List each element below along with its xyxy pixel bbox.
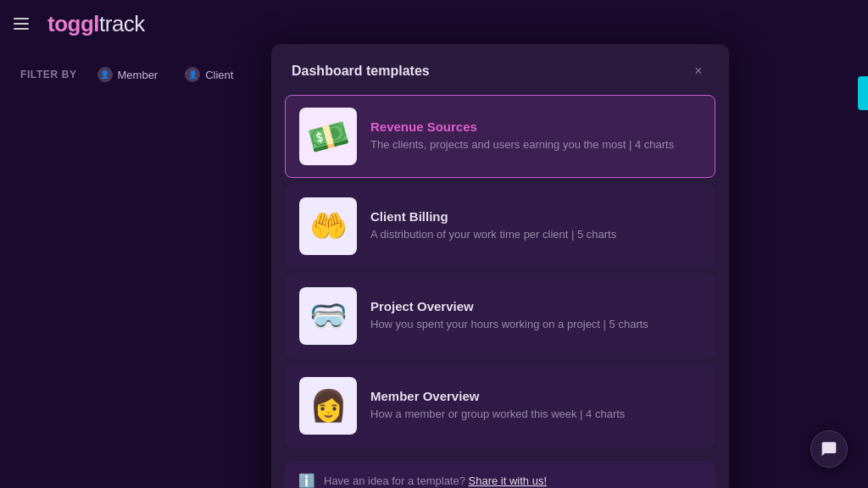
footer-share-link[interactable]: Share it with us! xyxy=(469,474,548,487)
template-item-project-overview[interactable]: 🥽 Project Overview How you spent your ho… xyxy=(285,274,715,358)
filter-member-label: Member xyxy=(118,69,159,81)
modal-footer: ℹ️ Have an idea for a template? Share it… xyxy=(285,461,715,488)
template-item-revenue-sources[interactable]: 💵 Revenue Sources The clients, projects … xyxy=(285,95,715,178)
filter-label: FILTER BY xyxy=(20,69,77,80)
side-accent-button[interactable] xyxy=(858,76,868,110)
template-name-project: Project Overview xyxy=(370,299,701,313)
filter-client-button[interactable]: 👤 Client xyxy=(178,64,240,86)
template-name-member: Member Overview xyxy=(370,389,701,403)
chat-button[interactable] xyxy=(810,430,848,468)
modal-close-button[interactable]: × xyxy=(688,61,709,81)
member-icon: 👤 xyxy=(97,67,113,82)
filter-member-button[interactable]: 👤 Member xyxy=(91,64,165,86)
billing-icon: 🤲 xyxy=(309,208,348,244)
brand-toggl: toggl xyxy=(47,11,99,37)
template-icon-revenue: 💵 xyxy=(299,108,357,165)
filter-client-label: Client xyxy=(205,69,233,81)
template-icon-project: 🥽 xyxy=(299,287,357,345)
template-text-billing: Client Billing A distribution of your wo… xyxy=(370,209,701,242)
menu-icon[interactable] xyxy=(14,12,37,36)
topbar: toggl track xyxy=(0,0,868,47)
template-desc-member: How a member or group worked this week |… xyxy=(370,407,701,422)
template-icon-billing: 🤲 xyxy=(299,197,357,255)
brand-logo: toggl track xyxy=(47,11,145,37)
template-desc-revenue: The clients, projects and users earning … xyxy=(370,137,701,152)
template-item-member-overview[interactable]: 👩 Member Overview How a member or group … xyxy=(285,364,715,447)
template-text-revenue: Revenue Sources The clients, projects an… xyxy=(370,119,701,152)
member-icon: 👩 xyxy=(309,388,348,424)
brand-track: track xyxy=(99,11,145,37)
modal-title: Dashboard templates xyxy=(292,64,430,79)
project-icon: 🥽 xyxy=(309,298,348,334)
template-text-project: Project Overview How you spent your hour… xyxy=(370,299,701,332)
modal-content: 💵 Revenue Sources The clients, projects … xyxy=(271,95,729,458)
footer-hint-text: Have an idea for a template? Share it wi… xyxy=(324,474,547,487)
template-icon-member: 👩 xyxy=(299,377,357,435)
template-text-member: Member Overview How a member or group wo… xyxy=(370,389,701,422)
revenue-icon: 💵 xyxy=(304,114,353,160)
info-icon: ℹ️ xyxy=(298,473,315,488)
modal-header: Dashboard templates × xyxy=(271,44,729,95)
template-desc-billing: A distribution of your work time per cli… xyxy=(370,227,701,242)
chat-icon xyxy=(821,441,837,458)
dashboard-templates-modal: Dashboard templates × 💵 Revenue Sources … xyxy=(271,44,729,488)
client-icon: 👤 xyxy=(185,67,200,82)
template-name-revenue: Revenue Sources xyxy=(370,119,701,134)
template-desc-project: How you spent your hours working on a pr… xyxy=(370,317,701,332)
template-name-billing: Client Billing xyxy=(370,209,701,224)
template-item-client-billing[interactable]: 🤲 Client Billing A distribution of your … xyxy=(285,185,715,268)
